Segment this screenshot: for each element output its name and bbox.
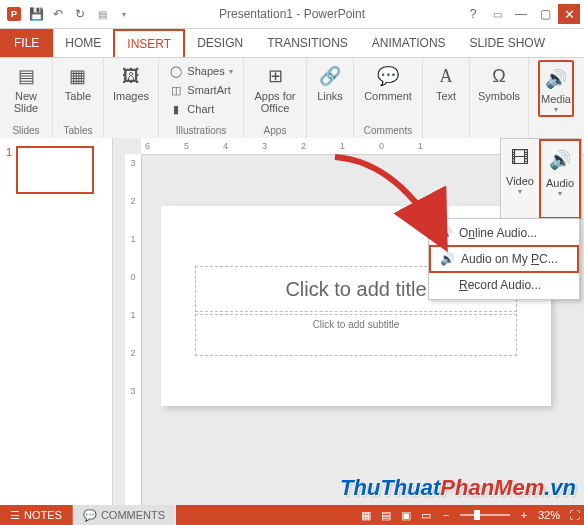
apps-icon: ⊞ bbox=[263, 62, 287, 90]
slide-thumbnail[interactable] bbox=[16, 146, 94, 194]
shapes-button[interactable]: ◯Shapes▾ bbox=[169, 62, 232, 80]
zoom-level[interactable]: 32% bbox=[534, 509, 564, 521]
start-slideshow-icon[interactable]: ▤ bbox=[94, 6, 110, 22]
text-icon: A bbox=[434, 62, 458, 90]
tab-design[interactable]: DESIGN bbox=[185, 29, 255, 57]
online-audio-item[interactable]: 🔊 Online Audio... bbox=[429, 221, 579, 245]
zoom-out-button[interactable]: − bbox=[436, 507, 456, 523]
images-icon: 🖼 bbox=[119, 62, 143, 90]
window-controls: ? ▭ — ▢ ✕ bbox=[462, 4, 584, 24]
title-bar: P 💾 ↶ ↻ ▤ Presentation1 - PowerPoint ? ▭… bbox=[0, 0, 584, 29]
tab-file[interactable]: FILE bbox=[0, 29, 53, 57]
media-dropdown-panel: 🎞 Video ▾ 🔊 Audio ▾ bbox=[500, 138, 582, 220]
media-icon: 🔊 bbox=[544, 65, 568, 93]
tab-home[interactable]: HOME bbox=[53, 29, 113, 57]
group-apps-label: Apps bbox=[244, 125, 306, 136]
symbols-icon: Ω bbox=[487, 62, 511, 90]
workspace: 1 65432101 3210123 Click to add title Cl… bbox=[0, 138, 584, 505]
audio-on-my-pc-item[interactable]: 🔊 Audio on My PC... bbox=[429, 245, 579, 273]
status-bar: ☰NOTES 💬COMMENTS ▦ ▤ ▣ ▭ − + 32% ⛶ bbox=[0, 505, 584, 525]
table-icon: ▦ bbox=[66, 62, 90, 90]
text-button[interactable]: A Text bbox=[434, 60, 458, 102]
comments-button[interactable]: 💬COMMENTS bbox=[73, 505, 176, 525]
notes-icon: ☰ bbox=[10, 509, 20, 522]
sorter-view-button[interactable]: ▤ bbox=[376, 507, 396, 523]
new-slide-button[interactable]: ▤ New Slide bbox=[6, 60, 46, 114]
minimize-button[interactable]: — bbox=[510, 4, 532, 24]
ribbon-tabs: FILE HOME INSERT DESIGN TRANSITIONS ANIM… bbox=[0, 29, 584, 58]
slideshow-view-button[interactable]: ▭ bbox=[416, 507, 436, 523]
redo-icon[interactable]: ↻ bbox=[72, 6, 88, 22]
group-tables-label: Tables bbox=[53, 125, 103, 136]
shapes-icon: ◯ bbox=[169, 64, 183, 78]
restore-button[interactable]: ▢ bbox=[534, 4, 556, 24]
ribbon: ▤ New Slide Slides ▦ Table Tables 🖼 Imag… bbox=[0, 58, 584, 139]
audio-dropdown-menu: 🔊 Online Audio... 🔊 Audio on My PC... Re… bbox=[428, 218, 580, 300]
group-slides-label: Slides bbox=[0, 125, 52, 136]
ribbon-options-icon[interactable]: ▭ bbox=[486, 4, 508, 24]
tab-transitions[interactable]: TRANSITIONS bbox=[255, 29, 360, 57]
quick-access-toolbar: P 💾 ↶ ↻ ▤ bbox=[0, 6, 132, 22]
help-icon[interactable]: ? bbox=[462, 4, 484, 24]
images-button[interactable]: 🖼 Images bbox=[113, 60, 149, 102]
reading-view-button[interactable]: ▣ bbox=[396, 507, 416, 523]
comment-button[interactable]: 💬 Comment bbox=[364, 60, 412, 102]
audio-item-icon: 🔊 bbox=[439, 252, 455, 266]
tab-animations[interactable]: ANIMATIONS bbox=[360, 29, 458, 57]
chart-icon: ▮ bbox=[169, 102, 183, 116]
comments-icon: 💬 bbox=[83, 509, 97, 522]
apps-button[interactable]: ⊞ Apps for Office bbox=[250, 60, 300, 114]
smartart-button[interactable]: ◫SmartArt bbox=[169, 81, 232, 99]
audio-item-icon: 🔊 bbox=[437, 226, 453, 240]
close-button[interactable]: ✕ bbox=[558, 4, 580, 24]
tab-slideshow[interactable]: SLIDE SHOW bbox=[458, 29, 557, 57]
slide-thumbnails-pane[interactable]: 1 bbox=[0, 138, 113, 505]
smartart-icon: ◫ bbox=[169, 83, 183, 97]
qat-customize-icon[interactable] bbox=[116, 6, 132, 22]
audio-icon: 🔊 bbox=[549, 145, 571, 175]
video-icon: 🎞 bbox=[511, 143, 529, 173]
vertical-ruler: 3210123 bbox=[125, 154, 142, 505]
chart-button[interactable]: ▮Chart bbox=[169, 100, 232, 118]
new-slide-icon: ▤ bbox=[14, 62, 38, 90]
zoom-slider[interactable] bbox=[460, 514, 510, 516]
record-audio-item[interactable]: Record Audio... bbox=[429, 273, 579, 297]
symbols-button[interactable]: Ω Symbols bbox=[478, 60, 520, 102]
links-button[interactable]: 🔗 Links bbox=[317, 60, 343, 102]
audio-button[interactable]: 🔊 Audio ▾ bbox=[539, 139, 581, 219]
group-comments-label: Comments bbox=[354, 125, 422, 136]
app-icon: P bbox=[6, 6, 22, 22]
links-icon: 🔗 bbox=[318, 62, 342, 90]
video-button[interactable]: 🎞 Video ▾ bbox=[501, 139, 539, 219]
notes-button[interactable]: ☰NOTES bbox=[0, 505, 73, 525]
subtitle-placeholder[interactable]: Click to add subtitle bbox=[195, 314, 517, 356]
media-button[interactable]: 🔊 Media ▾ bbox=[538, 60, 574, 117]
tab-insert[interactable]: INSERT bbox=[113, 29, 185, 57]
zoom-in-button[interactable]: + bbox=[514, 507, 534, 523]
normal-view-button[interactable]: ▦ bbox=[356, 507, 376, 523]
group-illustrations-label: Illustrations bbox=[159, 125, 243, 136]
thumb-number: 1 bbox=[6, 146, 12, 194]
save-icon[interactable]: 💾 bbox=[28, 6, 44, 22]
table-button[interactable]: ▦ Table bbox=[65, 60, 91, 102]
fit-to-window-button[interactable]: ⛶ bbox=[564, 507, 584, 523]
undo-icon[interactable]: ↶ bbox=[50, 6, 66, 22]
comment-icon: 💬 bbox=[376, 62, 400, 90]
